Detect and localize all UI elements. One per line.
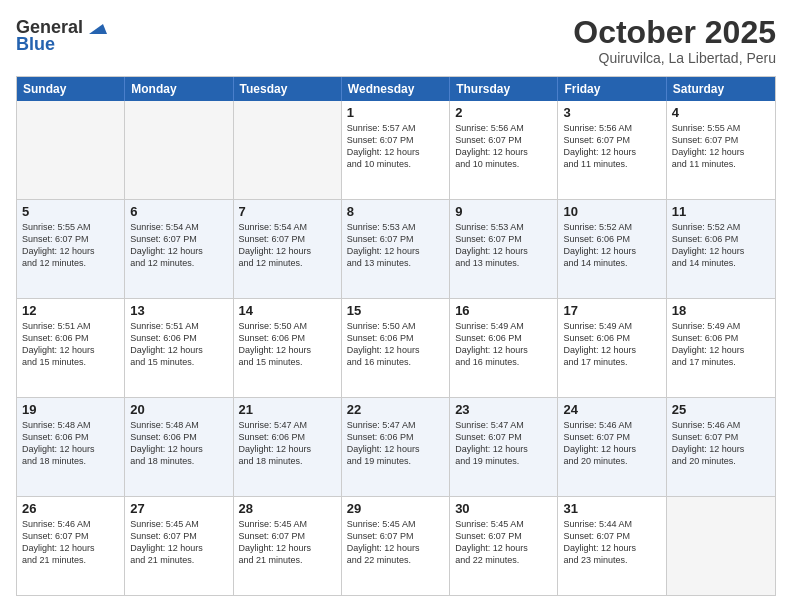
cell-info: Sunrise: 5:51 AM Sunset: 6:06 PM Dayligh…	[22, 320, 119, 369]
calendar-row: 5Sunrise: 5:55 AM Sunset: 6:07 PM Daylig…	[17, 199, 775, 298]
calendar-cell: 4Sunrise: 5:55 AM Sunset: 6:07 PM Daylig…	[667, 101, 775, 199]
day-number: 2	[455, 105, 552, 120]
cell-info: Sunrise: 5:51 AM Sunset: 6:06 PM Dayligh…	[130, 320, 227, 369]
calendar-cell: 1Sunrise: 5:57 AM Sunset: 6:07 PM Daylig…	[342, 101, 450, 199]
header: General Blue October 2025 Quiruvilca, La…	[16, 16, 776, 66]
calendar-cell: 24Sunrise: 5:46 AM Sunset: 6:07 PM Dayli…	[558, 398, 666, 496]
cell-info: Sunrise: 5:46 AM Sunset: 6:07 PM Dayligh…	[563, 419, 660, 468]
calendar-cell: 17Sunrise: 5:49 AM Sunset: 6:06 PM Dayli…	[558, 299, 666, 397]
cell-info: Sunrise: 5:48 AM Sunset: 6:06 PM Dayligh…	[22, 419, 119, 468]
calendar-body: 1Sunrise: 5:57 AM Sunset: 6:07 PM Daylig…	[17, 101, 775, 595]
logo: General Blue	[16, 16, 107, 55]
calendar-cell	[17, 101, 125, 199]
calendar: SundayMondayTuesdayWednesdayThursdayFrid…	[16, 76, 776, 596]
calendar-cell: 16Sunrise: 5:49 AM Sunset: 6:06 PM Dayli…	[450, 299, 558, 397]
calendar-row: 19Sunrise: 5:48 AM Sunset: 6:06 PM Dayli…	[17, 397, 775, 496]
calendar-cell: 28Sunrise: 5:45 AM Sunset: 6:07 PM Dayli…	[234, 497, 342, 595]
calendar-cell: 29Sunrise: 5:45 AM Sunset: 6:07 PM Dayli…	[342, 497, 450, 595]
day-number: 17	[563, 303, 660, 318]
calendar-weekday-header: Monday	[125, 77, 233, 101]
calendar-cell: 5Sunrise: 5:55 AM Sunset: 6:07 PM Daylig…	[17, 200, 125, 298]
calendar-cell: 26Sunrise: 5:46 AM Sunset: 6:07 PM Dayli…	[17, 497, 125, 595]
cell-info: Sunrise: 5:54 AM Sunset: 6:07 PM Dayligh…	[239, 221, 336, 270]
day-number: 19	[22, 402, 119, 417]
cell-info: Sunrise: 5:45 AM Sunset: 6:07 PM Dayligh…	[239, 518, 336, 567]
day-number: 26	[22, 501, 119, 516]
cell-info: Sunrise: 5:50 AM Sunset: 6:06 PM Dayligh…	[239, 320, 336, 369]
calendar-cell: 25Sunrise: 5:46 AM Sunset: 6:07 PM Dayli…	[667, 398, 775, 496]
page: General Blue October 2025 Quiruvilca, La…	[0, 0, 792, 612]
calendar-cell: 27Sunrise: 5:45 AM Sunset: 6:07 PM Dayli…	[125, 497, 233, 595]
logo-icon	[85, 16, 107, 38]
day-number: 6	[130, 204, 227, 219]
calendar-cell: 9Sunrise: 5:53 AM Sunset: 6:07 PM Daylig…	[450, 200, 558, 298]
day-number: 20	[130, 402, 227, 417]
calendar-row: 1Sunrise: 5:57 AM Sunset: 6:07 PM Daylig…	[17, 101, 775, 199]
day-number: 27	[130, 501, 227, 516]
day-number: 24	[563, 402, 660, 417]
calendar-weekday-header: Sunday	[17, 77, 125, 101]
day-number: 30	[455, 501, 552, 516]
day-number: 23	[455, 402, 552, 417]
calendar-cell: 6Sunrise: 5:54 AM Sunset: 6:07 PM Daylig…	[125, 200, 233, 298]
logo-blue: Blue	[16, 34, 55, 55]
day-number: 13	[130, 303, 227, 318]
day-number: 1	[347, 105, 444, 120]
cell-info: Sunrise: 5:46 AM Sunset: 6:07 PM Dayligh…	[22, 518, 119, 567]
calendar-cell: 23Sunrise: 5:47 AM Sunset: 6:07 PM Dayli…	[450, 398, 558, 496]
cell-info: Sunrise: 5:56 AM Sunset: 6:07 PM Dayligh…	[563, 122, 660, 171]
calendar-weekday-header: Tuesday	[234, 77, 342, 101]
day-number: 11	[672, 204, 770, 219]
day-number: 21	[239, 402, 336, 417]
cell-info: Sunrise: 5:52 AM Sunset: 6:06 PM Dayligh…	[563, 221, 660, 270]
calendar-cell: 21Sunrise: 5:47 AM Sunset: 6:06 PM Dayli…	[234, 398, 342, 496]
day-number: 18	[672, 303, 770, 318]
calendar-cell: 2Sunrise: 5:56 AM Sunset: 6:07 PM Daylig…	[450, 101, 558, 199]
cell-info: Sunrise: 5:45 AM Sunset: 6:07 PM Dayligh…	[130, 518, 227, 567]
title-section: October 2025 Quiruvilca, La Libertad, Pe…	[573, 16, 776, 66]
cell-info: Sunrise: 5:54 AM Sunset: 6:07 PM Dayligh…	[130, 221, 227, 270]
calendar-row: 26Sunrise: 5:46 AM Sunset: 6:07 PM Dayli…	[17, 496, 775, 595]
calendar-weekday-header: Thursday	[450, 77, 558, 101]
cell-info: Sunrise: 5:57 AM Sunset: 6:07 PM Dayligh…	[347, 122, 444, 171]
cell-info: Sunrise: 5:49 AM Sunset: 6:06 PM Dayligh…	[563, 320, 660, 369]
day-number: 3	[563, 105, 660, 120]
day-number: 31	[563, 501, 660, 516]
cell-info: Sunrise: 5:52 AM Sunset: 6:06 PM Dayligh…	[672, 221, 770, 270]
calendar-cell: 7Sunrise: 5:54 AM Sunset: 6:07 PM Daylig…	[234, 200, 342, 298]
calendar-cell: 31Sunrise: 5:44 AM Sunset: 6:07 PM Dayli…	[558, 497, 666, 595]
calendar-cell: 30Sunrise: 5:45 AM Sunset: 6:07 PM Dayli…	[450, 497, 558, 595]
calendar-cell: 14Sunrise: 5:50 AM Sunset: 6:06 PM Dayli…	[234, 299, 342, 397]
calendar-cell: 8Sunrise: 5:53 AM Sunset: 6:07 PM Daylig…	[342, 200, 450, 298]
cell-info: Sunrise: 5:48 AM Sunset: 6:06 PM Dayligh…	[130, 419, 227, 468]
calendar-cell: 3Sunrise: 5:56 AM Sunset: 6:07 PM Daylig…	[558, 101, 666, 199]
calendar-weekday-header: Saturday	[667, 77, 775, 101]
calendar-cell: 19Sunrise: 5:48 AM Sunset: 6:06 PM Dayli…	[17, 398, 125, 496]
cell-info: Sunrise: 5:47 AM Sunset: 6:06 PM Dayligh…	[239, 419, 336, 468]
calendar-cell: 13Sunrise: 5:51 AM Sunset: 6:06 PM Dayli…	[125, 299, 233, 397]
day-number: 14	[239, 303, 336, 318]
calendar-cell: 18Sunrise: 5:49 AM Sunset: 6:06 PM Dayli…	[667, 299, 775, 397]
calendar-cell: 12Sunrise: 5:51 AM Sunset: 6:06 PM Dayli…	[17, 299, 125, 397]
day-number: 15	[347, 303, 444, 318]
day-number: 12	[22, 303, 119, 318]
calendar-cell: 11Sunrise: 5:52 AM Sunset: 6:06 PM Dayli…	[667, 200, 775, 298]
calendar-cell	[234, 101, 342, 199]
cell-info: Sunrise: 5:47 AM Sunset: 6:07 PM Dayligh…	[455, 419, 552, 468]
day-number: 16	[455, 303, 552, 318]
day-number: 28	[239, 501, 336, 516]
cell-info: Sunrise: 5:45 AM Sunset: 6:07 PM Dayligh…	[347, 518, 444, 567]
day-number: 22	[347, 402, 444, 417]
day-number: 5	[22, 204, 119, 219]
calendar-weekday-header: Wednesday	[342, 77, 450, 101]
svg-marker-0	[89, 24, 107, 34]
day-number: 8	[347, 204, 444, 219]
day-number: 7	[239, 204, 336, 219]
cell-info: Sunrise: 5:53 AM Sunset: 6:07 PM Dayligh…	[347, 221, 444, 270]
day-number: 29	[347, 501, 444, 516]
location: Quiruvilca, La Libertad, Peru	[573, 50, 776, 66]
calendar-weekday-header: Friday	[558, 77, 666, 101]
calendar-cell	[667, 497, 775, 595]
calendar-cell: 15Sunrise: 5:50 AM Sunset: 6:06 PM Dayli…	[342, 299, 450, 397]
cell-info: Sunrise: 5:46 AM Sunset: 6:07 PM Dayligh…	[672, 419, 770, 468]
